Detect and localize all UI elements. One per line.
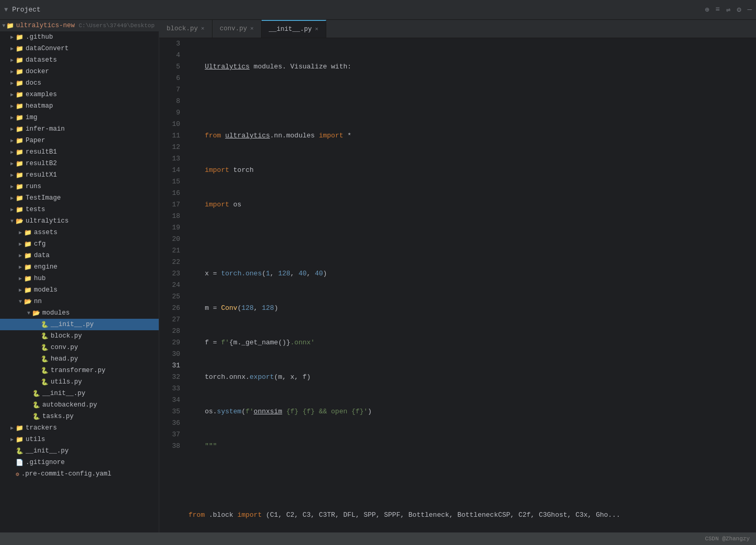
sidebar-item-tasks-py[interactable]: 🐍 tasks.py: [0, 411, 159, 422]
sidebar-item-github[interactable]: ▶ 📁 .github: [0, 31, 159, 43]
sidebar-item-resultB1[interactable]: ▶ 📁 resultB1: [0, 146, 159, 158]
sidebar-item-datasets[interactable]: ▶ 📁 datasets: [0, 54, 159, 66]
sidebar-item-nn[interactable]: ▼ 📂 nn: [0, 296, 159, 307]
sidebar-item-infer-main[interactable]: ▶ 📁 infer-main: [0, 123, 159, 135]
folder-open-icon: 📂: [24, 298, 32, 306]
sidebar-item-resultB2[interactable]: ▶ 📁 resultB2: [0, 158, 159, 169]
py-file-icon: 🐍: [32, 390, 40, 398]
sidebar-item-models[interactable]: ▶ 📁 models: [0, 284, 159, 296]
tab-bar: block.py × conv.py × __init__.py ×: [159, 20, 756, 38]
sidebar-item-ultralytics[interactable]: ▼ 📂 ultralytics: [0, 215, 159, 227]
py-file-icon: 🐍: [41, 344, 49, 352]
sidebar-item-docs[interactable]: ▶ 📁 docs: [0, 77, 159, 89]
title-bar-icons: ⊕ ≡ ⇌ ⚙ —: [705, 5, 752, 14]
line-5: from ultralytics.nn.modules import *: [188, 130, 756, 142]
line-10: m = Conv(128, 128): [188, 303, 756, 314]
tab-init-py-close[interactable]: ×: [315, 26, 318, 32]
py-file-icon: 🐍: [32, 413, 40, 421]
tab-conv-py-label: conv.py: [220, 25, 247, 32]
folder-icon: 📁: [24, 286, 32, 294]
project-icon: ▼: [4, 6, 8, 14]
folder-icon: 📁: [16, 148, 23, 156]
sidebar-item-cfg[interactable]: ▶ 📁 cfg: [0, 238, 159, 250]
code-content: Ultralytics modules. Visualize with: fro…: [184, 38, 756, 532]
line-3: Ultralytics modules. Visualize with:: [188, 61, 756, 73]
attribution-label: CSDN @Zhangzy: [705, 536, 750, 542]
line-numbers: 3 4 5 6 7 8 9 10 11 12 13 14 15 16 17 18…: [159, 38, 184, 532]
sidebar-item-img[interactable]: ▶ 📁 img: [0, 112, 159, 123]
sidebar-item-assets[interactable]: ▶ 📁 assets: [0, 227, 159, 238]
folder-icon: 📁: [16, 160, 23, 168]
line-11: f = f'{m._get_name()}.onnx': [188, 337, 756, 349]
split-icon[interactable]: ⇌: [726, 5, 730, 14]
tab-conv-py[interactable]: conv.py ×: [212, 20, 262, 38]
sidebar-item-data[interactable]: ▶ 📁 data: [0, 250, 159, 261]
sidebar-item-conv-py[interactable]: 🐍 conv.py: [0, 342, 159, 353]
folder-icon: 📁: [16, 206, 23, 214]
line-4: [188, 96, 756, 107]
sidebar-item-init-py[interactable]: 🐍 __init__.py: [0, 319, 159, 330]
folder-icon: 📁: [16, 183, 23, 191]
sidebar-item-gitignore[interactable]: 📄 .gitignore: [0, 457, 159, 468]
title-bar: ▼ Project ⊕ ≡ ⇌ ⚙ —: [0, 0, 756, 20]
sidebar-item-precommit[interactable]: ⚙ .pre-commit-config.yaml: [0, 468, 159, 480]
root-folder-icon: 📁: [6, 22, 14, 30]
folder-icon: 📁: [16, 171, 23, 179]
sidebar-item-block-py[interactable]: 🐍 block.py: [0, 330, 159, 342]
sidebar-item-init-py2[interactable]: 🐍 __init__.py: [0, 388, 159, 399]
sidebar-item-utils2[interactable]: ▶ 📁 utils: [0, 434, 159, 445]
sidebar-item-runs[interactable]: ▶ 📁 runs: [0, 181, 159, 192]
line-12: torch.onnx.export(m, x, f): [188, 372, 756, 383]
folder-icon: 📁: [24, 275, 32, 283]
py-file-icon: 🐍: [41, 321, 49, 329]
folder-icon: 📁: [24, 229, 32, 237]
code-editor[interactable]: 3 4 5 6 7 8 9 10 11 12 13 14 15 16 17 18…: [159, 38, 756, 532]
sidebar-item-transformer-py[interactable]: 🐍 transformer.py: [0, 365, 159, 376]
sidebar-item-head-py[interactable]: 🐍 head.py: [0, 353, 159, 365]
folder-icon: 📁: [16, 194, 23, 202]
folder-icon: 📁: [16, 91, 23, 99]
sidebar-item-init-py3[interactable]: 🐍 __init__.py: [0, 445, 159, 457]
line-15: [188, 475, 756, 486]
file-icon: 📄: [16, 459, 23, 467]
root-arrow: ▼: [2, 23, 6, 29]
status-bar: CSDN @Zhangzy: [0, 532, 756, 545]
tab-block-py-close[interactable]: ×: [201, 26, 205, 32]
sidebar-item-examples[interactable]: ▶ 📁 examples: [0, 89, 159, 100]
folder-icon: 📁: [16, 56, 23, 64]
py-file-icon: 🐍: [16, 447, 23, 455]
sidebar-item-TestImage[interactable]: ▶ 📁 TestImage: [0, 192, 159, 204]
folder-icon: 📁: [16, 137, 23, 145]
sidebar-item-dataConvert[interactable]: ▶ 📁 dataConvert: [0, 43, 159, 54]
project-label[interactable]: Project: [12, 6, 41, 14]
minimize-icon[interactable]: —: [748, 5, 752, 14]
sidebar-item-hub[interactable]: ▶ 📁 hub: [0, 273, 159, 284]
add-icon[interactable]: ⊕: [705, 5, 709, 14]
py-file-icon: 🐍: [41, 378, 49, 386]
folder-open-icon: 📂: [32, 309, 40, 317]
folder-icon: 📁: [16, 33, 23, 41]
sidebar-item-utils-py[interactable]: 🐍 utils.py: [0, 376, 159, 388]
sidebar: ▼ 📁 ultralytics-new C:\Users\37449\Deskt…: [0, 20, 159, 532]
tab-conv-py-close[interactable]: ×: [250, 26, 254, 32]
folder-icon: 📁: [24, 252, 32, 260]
py-file-icon: 🐍: [41, 355, 49, 363]
folder-icon: 📁: [24, 240, 32, 248]
list-icon[interactable]: ≡: [715, 5, 719, 14]
sidebar-item-heatmap[interactable]: ▶ 📁 heatmap: [0, 100, 159, 112]
tab-block-py[interactable]: block.py ×: [159, 20, 212, 38]
sidebar-item-docker[interactable]: ▶ 📁 docker: [0, 66, 159, 77]
sidebar-item-resultX1[interactable]: ▶ 📁 resultX1: [0, 169, 159, 181]
sidebar-item-trackers[interactable]: ▶ 📁 trackers: [0, 422, 159, 434]
sidebar-item-modules[interactable]: ▼ 📂 modules: [0, 307, 159, 319]
folder-icon: 📁: [16, 125, 23, 133]
settings-icon[interactable]: ⚙: [737, 5, 741, 14]
sidebar-root[interactable]: ▼ 📁 ultralytics-new C:\Users\37449\Deskt…: [0, 20, 159, 31]
sidebar-item-autobackend-py[interactable]: 🐍 autobackend.py: [0, 399, 159, 411]
sidebar-item-tests[interactable]: ▶ 📁 tests: [0, 204, 159, 215]
sidebar-item-Paper[interactable]: ▶ 📁 Paper: [0, 135, 159, 146]
sidebar-item-engine[interactable]: ▶ 📁 engine: [0, 261, 159, 273]
tab-init-py[interactable]: __init__.py ×: [262, 20, 326, 38]
yaml-file-icon: ⚙: [16, 471, 19, 478]
py-file-icon: 🐍: [32, 401, 40, 409]
